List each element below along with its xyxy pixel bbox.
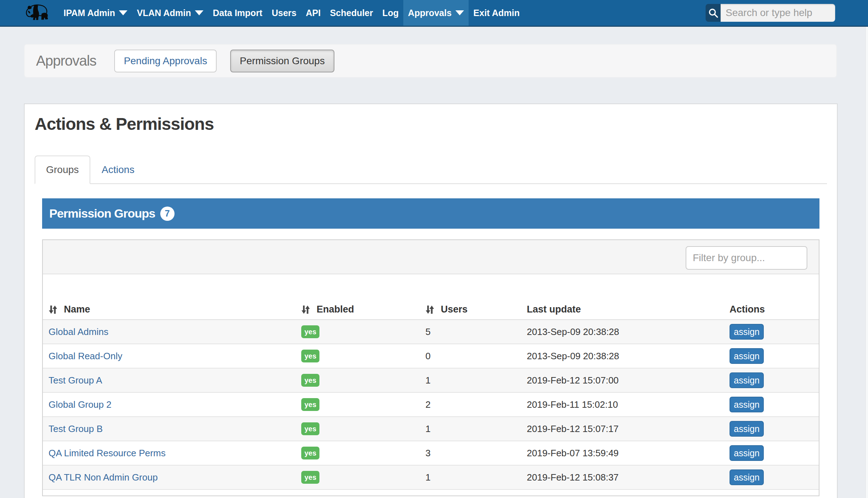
nav-item-label: IPAM Admin — [64, 8, 115, 18]
filter-bar — [43, 240, 819, 274]
toolbar-button-label: Pending Approvals — [124, 55, 207, 67]
users-count: 3 — [425, 448, 430, 458]
sort-icon[interactable] — [301, 305, 310, 314]
last-update: 2019-Feb-12 15:07:17 — [527, 423, 619, 434]
table-row: QA TLR Non Admin Group yes 1 2019-Feb-12… — [43, 465, 819, 489]
last-update: 2019-Feb-11 15:02:10 — [527, 399, 618, 410]
search-input[interactable] — [721, 4, 835, 22]
nav-item-label: Log — [382, 8, 399, 18]
users-count: 1 — [425, 375, 430, 386]
nav-item[interactable]: Log — [378, 0, 403, 26]
group-name-link[interactable]: QA Limited Resource Perms — [49, 448, 166, 458]
tab-label: Groups — [46, 164, 79, 175]
section-title: Permission Groups — [49, 207, 155, 220]
users-count: 1 — [425, 423, 430, 434]
search-icon — [708, 8, 718, 18]
nav-item[interactable]: API — [301, 0, 326, 26]
last-update: 2013-Sep-09 20:38:28 — [527, 326, 619, 337]
group-name-link[interactable]: Test Group B — [49, 423, 103, 434]
enabled-badge: yes — [301, 471, 319, 484]
nav-item-label: Data Import — [213, 8, 262, 18]
toolbar-button[interactable]: Pending Approvals — [114, 50, 217, 72]
users-count: 0 — [425, 351, 430, 361]
table-column-label: Actions — [730, 304, 765, 315]
table-column-header[interactable]: Name — [43, 295, 296, 320]
group-name-link[interactable]: Global Admins — [49, 326, 108, 337]
tab[interactable]: Groups — [35, 156, 90, 184]
main-panel: Actions & Permissions Groups Actions Per… — [24, 103, 838, 498]
last-update: 2013-Sep-09 20:38:28 — [527, 351, 619, 361]
section-header: Permission Groups 7 — [42, 198, 819, 229]
toolbar-button-label: Permission Groups — [240, 55, 325, 67]
sort-icon[interactable] — [49, 305, 57, 314]
last-update: 2019-Feb-12 15:07:00 — [527, 375, 619, 386]
table-row: QA Limited Resource Perms yes 3 2019-Feb… — [43, 441, 819, 465]
enabled-badge: yes — [301, 325, 319, 338]
table-body: Global Admins yes 5 2013-Sep-09 20:38:28… — [43, 320, 819, 489]
toolbar-button[interactable]: Permission Groups — [230, 50, 334, 72]
table-row: Test Group B yes 1 2019-Feb-12 15:07:17 … — [43, 417, 819, 441]
users-count: 5 — [425, 326, 430, 337]
page-title: Actions & Permissions — [35, 114, 827, 134]
table-row: Global Read-Only yes 0 2013-Sep-09 20:38… — [43, 344, 819, 368]
nav-item-label: Approvals — [408, 8, 451, 18]
nav-item[interactable]: Scheduler — [325, 0, 378, 26]
toolbar-buttons: Pending Approvals Permission Groups — [114, 50, 334, 72]
enabled-badge: yes — [301, 422, 319, 435]
tab[interactable]: Actions — [90, 156, 146, 184]
nav-item-label: Users — [272, 8, 297, 18]
nav-menu: IPAM Admin VLAN Admin Data Import Users … — [59, 0, 524, 26]
table-column-label: Last update — [527, 304, 581, 315]
tab-label: Actions — [102, 164, 135, 175]
table-row: Global Admins yes 5 2013-Sep-09 20:38:28… — [43, 320, 819, 344]
tabs: Groups Actions — [35, 156, 827, 184]
assign-button[interactable]: assign — [730, 348, 764, 364]
nav-item[interactable]: Approvals — [403, 0, 469, 26]
filter-input[interactable] — [686, 246, 807, 270]
nav-item[interactable]: Data Import — [208, 0, 267, 26]
assign-button[interactable]: assign — [730, 372, 764, 388]
last-update: 2019-Feb-12 15:08:37 — [527, 472, 619, 483]
table-column-label: Users — [441, 304, 468, 315]
tab-content: Permission Groups 7 Name — [35, 198, 827, 496]
table-row: Global Group 2 yes 2 2019-Feb-11 15:02:1… — [43, 392, 819, 417]
nav-item-label: VLAN Admin — [137, 8, 191, 18]
nav-item[interactable]: Users — [267, 0, 301, 26]
group-name-link[interactable]: Global Group 2 — [49, 399, 111, 410]
table-column-header[interactable]: Users — [420, 295, 521, 320]
nav-item[interactable]: VLAN Admin — [132, 0, 208, 26]
table-column-header[interactable]: Enabled — [296, 295, 420, 320]
last-update: 2019-Feb-07 13:59:49 — [527, 448, 619, 458]
assign-button[interactable]: assign — [730, 469, 764, 485]
table-column-header[interactable]: Last update — [521, 295, 724, 320]
assign-button[interactable]: assign — [730, 421, 764, 437]
group-name-link[interactable]: Global Read-Only — [49, 351, 122, 361]
panda-logo[interactable] — [25, 3, 50, 22]
search-icon-box — [706, 4, 721, 22]
enabled-badge: yes — [301, 350, 319, 362]
nav-item-label: Scheduler — [330, 8, 373, 18]
enabled-badge: yes — [301, 398, 319, 411]
sort-icon[interactable] — [425, 305, 434, 314]
groups-box: Name Enabled Users Last — [42, 239, 819, 496]
nav-item-label: API — [306, 8, 321, 18]
table-column-header[interactable]: Actions — [724, 295, 819, 320]
group-name-link[interactable]: Test Group A — [49, 375, 102, 386]
assign-button[interactable]: assign — [730, 324, 764, 340]
table-header-row: Name Enabled Users Last — [43, 295, 819, 320]
table-column-label: Enabled — [317, 304, 354, 315]
count-badge: 7 — [160, 207, 175, 221]
table-column-label: Name — [64, 304, 90, 315]
users-count: 2 — [425, 399, 430, 410]
group-name-link[interactable]: QA TLR Non Admin Group — [49, 472, 158, 483]
scrollbar-gutter[interactable] — [865, 27, 868, 498]
chevron-down-icon — [455, 10, 464, 15]
nav-item[interactable]: Exit Admin — [469, 0, 524, 26]
users-count: 1 — [425, 472, 430, 483]
enabled-badge: yes — [301, 447, 319, 459]
chevron-down-icon — [119, 10, 127, 15]
nav-item[interactable]: IPAM Admin — [59, 0, 132, 26]
assign-button[interactable]: assign — [730, 397, 764, 412]
assign-button[interactable]: assign — [730, 445, 764, 461]
chevron-down-icon — [195, 10, 203, 15]
